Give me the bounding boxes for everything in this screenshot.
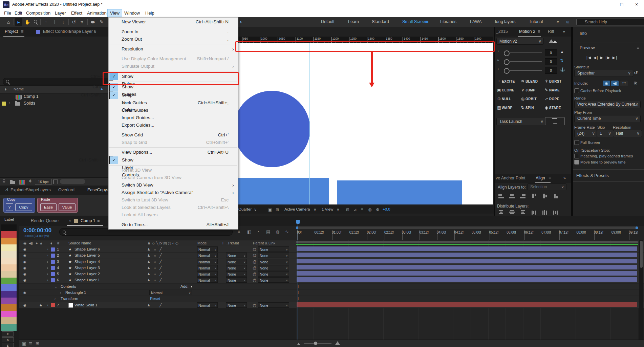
orbit-camera-tool[interactable]: ◔ xyxy=(42,18,49,26)
menu-item[interactable]: Look at Selected Layers Ctrl+Alt+Shift+\ xyxy=(109,204,238,211)
label-swatch[interactable] xyxy=(1,264,17,271)
label-swatch[interactable] xyxy=(1,304,17,311)
layer-row[interactable]: ◉ › 6 ★ Shape Layer 1 ♟ ☼ ╱ Normal∨ None… xyxy=(19,277,644,283)
play-button[interactable]: ▶ xyxy=(600,56,604,60)
distribute-center-v-icon[interactable] xyxy=(509,210,517,215)
menubar-item[interactable]: Animation xyxy=(85,9,109,17)
task-dropdown[interactable]: Task Launch∨ xyxy=(496,118,546,125)
motion-tool-button[interactable]: ◎ORBIT xyxy=(520,96,544,103)
label-swatch[interactable] xyxy=(1,231,17,238)
shape-rectangle-left[interactable] xyxy=(237,178,329,204)
mode-dropdown[interactable]: Normal∨ xyxy=(197,253,218,258)
tab-explode-shape-layers[interactable]: zl_ExplodeShapeLayers xyxy=(5,188,51,192)
trkmat-dropdown[interactable]: None∨ xyxy=(226,277,247,283)
tag-icon[interactable]: ⬧ xyxy=(5,87,6,91)
trkmat-dropdown[interactable]: None∨ xyxy=(226,253,247,258)
timeline-v-scrollbar[interactable] xyxy=(639,240,643,340)
layer-duration-bar[interactable] xyxy=(297,265,637,269)
layer-duration-bar[interactable] xyxy=(297,271,637,276)
audio-column-icon[interactable]: ◀) xyxy=(29,241,33,245)
motion-tool-button[interactable]: ∨JUMP xyxy=(520,88,544,94)
tab-render-queue[interactable]: Render Queue xyxy=(31,218,59,223)
expand-icon[interactable]: › xyxy=(47,253,48,258)
updown-arrows-icon[interactable]: ⇅ xyxy=(560,58,563,63)
menubar-item[interactable]: View xyxy=(108,9,122,17)
timeline-zoom-slider[interactable] xyxy=(304,343,331,344)
align-center-h-icon[interactable] xyxy=(509,194,517,199)
mode-dropdown[interactable]: Normal∨ xyxy=(197,265,218,270)
column-t[interactable]: T xyxy=(222,241,224,245)
collapse-icon[interactable]: ☼ xyxy=(153,271,156,277)
tab-overflow-icon[interactable]: » xyxy=(563,176,566,180)
workspace-item[interactable]: Tutorial xyxy=(529,19,543,24)
help-search-input[interactable]: Search Help xyxy=(576,19,644,25)
trkmat-dropdown[interactable]: None∨ xyxy=(226,265,247,270)
workspace-settings-icon[interactable]: ⊞ xyxy=(564,18,572,26)
layer-name[interactable]: Shape Layer 3 xyxy=(74,265,100,271)
layer-row[interactable]: ◉ › 3 ★ Shape Layer 4 ♟ ☼ ╱ Normal∨ None… xyxy=(19,259,644,265)
menubar-item[interactable]: Effect xyxy=(69,9,85,17)
resolution-dropdown[interactable]: Quarter xyxy=(238,207,252,211)
workspace-item[interactable]: Default xyxy=(321,19,335,24)
minimize-button[interactable]: – xyxy=(599,0,614,9)
layer-duration-bar[interactable] xyxy=(297,259,637,263)
tab-overflow-icon[interactable]: » xyxy=(563,29,565,34)
workspace-menu-icon[interactable]: ≡ xyxy=(426,19,428,24)
quality-icon[interactable]: ♟ xyxy=(147,277,150,283)
layer-color-chip[interactable] xyxy=(51,278,55,282)
time-ruler[interactable]: 00f00:12f01:00f01:12f02:00f02:12f03:00f0… xyxy=(296,230,638,240)
motion-tool-button[interactable]: ◉STARE xyxy=(544,105,567,112)
pickwhip-icon[interactable]: @ xyxy=(253,265,257,271)
menu-item[interactable]: Switch 3D View xyxy=(109,181,238,189)
parent-dropdown[interactable]: None∨ xyxy=(258,277,289,283)
layer-name[interactable]: Shape Layer 4 xyxy=(74,259,100,265)
copy-button[interactable]: Copy xyxy=(15,203,32,211)
group-name[interactable]: Contents xyxy=(61,284,76,289)
expand-icon[interactable]: › xyxy=(47,277,48,283)
label-swatch[interactable] xyxy=(1,311,17,318)
label-button-f[interactable]: F xyxy=(2,331,14,337)
layer-color-chip[interactable] xyxy=(51,254,55,258)
lock-column-icon[interactable]: 🔒︎ xyxy=(40,241,42,245)
label-button-x[interactable]: X xyxy=(2,337,14,342)
first-frame-button[interactable]: |◀ xyxy=(586,56,592,60)
tab-preview[interactable]: Preview xyxy=(580,45,595,50)
work-area-bar[interactable] xyxy=(296,241,638,243)
effect-controls-target[interactable]: Shape Layer 6 xyxy=(69,29,96,34)
layer-color-chip[interactable] xyxy=(51,266,55,270)
expand-icon[interactable]: › xyxy=(55,296,56,302)
distribute-center-h-icon[interactable] xyxy=(542,210,550,215)
layer-name[interactable]: Shape Layer 2 xyxy=(74,271,100,277)
menu-item[interactable]: View Options... Ctrl+Alt+U xyxy=(109,149,238,156)
channels-icon[interactable]: ◍ xyxy=(368,207,372,212)
menu-item[interactable]: Switch to Last 3D View Esc xyxy=(109,196,238,204)
video-column-icon[interactable]: ◉ xyxy=(23,241,27,245)
distribute-right-icon[interactable] xyxy=(553,210,561,215)
tab-effects-presets[interactable]: Effects & Presets xyxy=(576,173,609,178)
grid-guides-icon[interactable]: ⊿ xyxy=(353,207,357,212)
label-button-s[interactable]: S xyxy=(2,343,14,347)
parent-dropdown[interactable]: None∨ xyxy=(258,271,289,277)
trkmat-dropdown[interactable]: None∨ xyxy=(226,259,247,264)
transform-row[interactable]: › Transform Reset I xyxy=(19,296,644,302)
panel-menu-icon[interactable]: ≡ xyxy=(637,45,639,50)
tab-close-icon[interactable]: × xyxy=(69,218,71,223)
include-video-icon[interactable]: ◉ xyxy=(603,81,610,86)
expand-icon[interactable]: › xyxy=(47,246,48,252)
expand-icon[interactable]: › xyxy=(47,265,48,271)
label-swatch[interactable] xyxy=(1,298,17,304)
menu-item[interactable] xyxy=(109,44,237,44)
guide-horizontal[interactable] xyxy=(237,184,493,184)
rocket-icon[interactable]: ▲ xyxy=(560,49,564,54)
motion-tool-button[interactable]: ▣CLONE xyxy=(496,88,520,94)
slider-track[interactable] xyxy=(510,52,542,53)
group-name[interactable]: Rectangle 1 xyxy=(65,290,86,296)
expand-icon[interactable]: › xyxy=(47,271,48,277)
visibility-eye-icon[interactable]: ◉ xyxy=(23,253,26,258)
reset-link[interactable]: Reset xyxy=(150,296,160,302)
zoom-tool[interactable] xyxy=(32,18,39,26)
pan-camera-tool[interactable]: ✛ xyxy=(51,18,58,26)
menu-item[interactable]: Clear Guides xyxy=(109,107,238,114)
layer-color-chip[interactable] xyxy=(51,247,55,252)
view-layout-dropdown[interactable]: 1 View xyxy=(322,207,333,211)
